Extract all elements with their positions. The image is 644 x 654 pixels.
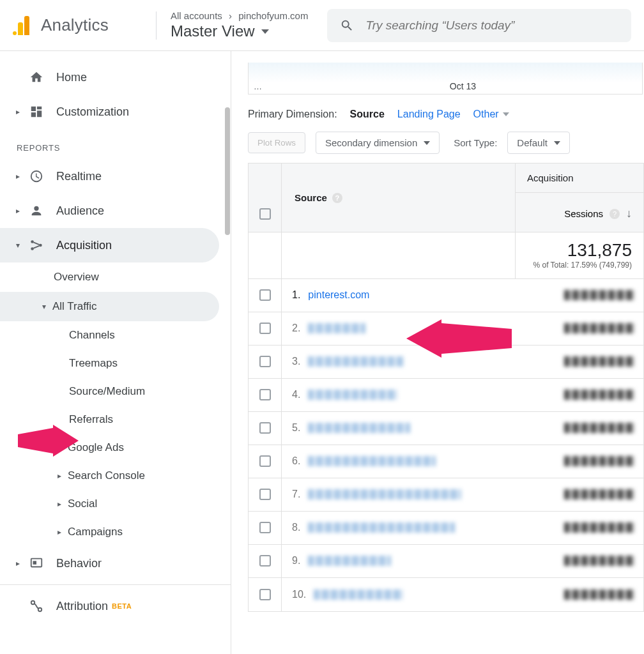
- redacted-source: [308, 522, 455, 533]
- row-index: 3.: [292, 356, 300, 367]
- table-row: 9.: [249, 545, 643, 578]
- divider: [156, 11, 157, 40]
- row-index: 9.: [292, 555, 300, 567]
- row-checkbox[interactable]: [259, 489, 271, 500]
- sidebar-item-behavior[interactable]: ▸ Behavior: [0, 546, 231, 581]
- sidebar-label: Attribution: [56, 600, 108, 613]
- primary-dimension-landing[interactable]: Landing Page: [397, 109, 461, 120]
- row-index: 8.: [292, 522, 300, 533]
- row-checkbox[interactable]: [259, 323, 271, 334]
- view-name-dropdown[interactable]: Master View: [171, 22, 308, 40]
- beta-badge: BETA: [112, 602, 132, 610]
- acq-source-medium[interactable]: Source/Medium: [0, 377, 231, 406]
- column-sessions-header[interactable]: Sessions ? ↓: [516, 193, 643, 232]
- reports-section-label: REPORTS: [0, 129, 231, 159]
- expand-icon: ▸: [13, 206, 23, 215]
- sidebar-label: Realtime: [56, 170, 102, 183]
- table-header: Source ? Acquisition Sessions ? ↓: [249, 164, 643, 232]
- sidebar-label: Audience: [56, 204, 104, 218]
- expand-icon: ▸: [13, 559, 23, 568]
- acq-treemaps[interactable]: Treemaps: [0, 349, 231, 377]
- dashboard-icon: [27, 102, 46, 121]
- table-row: 10.: [249, 578, 643, 611]
- acq-referrals[interactable]: Referrals: [0, 406, 231, 434]
- redacted-source: [308, 489, 461, 499]
- secondary-dimension-label: Secondary dimension: [325, 137, 417, 148]
- primary-dimension-current[interactable]: Source: [350, 109, 385, 120]
- plot-rows-button[interactable]: Plot Rows: [248, 132, 305, 153]
- row-checkbox[interactable]: [259, 289, 271, 301]
- sidebar-label: Behavior: [56, 557, 102, 570]
- sidebar-label: Acquisition: [56, 239, 112, 252]
- row-checkbox[interactable]: [259, 555, 271, 567]
- sort-type-value: Default: [517, 137, 548, 148]
- attribution-icon: [27, 597, 46, 616]
- column-group-acquisition: Acquisition: [516, 164, 643, 193]
- chevron-down-icon: [261, 29, 269, 34]
- acq-search-console[interactable]: Search Console: [0, 462, 231, 490]
- secondary-dimension-dropdown[interactable]: Secondary dimension: [316, 132, 440, 154]
- expand-icon: ▸: [13, 172, 23, 181]
- redacted-value: [564, 556, 634, 566]
- chart-preview[interactable]: … Oct 13: [248, 63, 643, 95]
- main-content: … Oct 13 Primary Dimension: Source Landi…: [231, 51, 644, 654]
- row-checkbox[interactable]: [259, 356, 271, 367]
- redacted-value: [564, 423, 634, 433]
- row-checkbox[interactable]: [259, 389, 271, 400]
- source-link[interactable]: pinterest.com: [308, 289, 369, 301]
- total-sessions: 131,875: [527, 240, 632, 261]
- logo-group: Analytics: [13, 15, 152, 35]
- breadcrumb-accounts: All accounts: [171, 10, 222, 21]
- redacted-value: [564, 323, 634, 333]
- sort-desc-icon: ↓: [626, 207, 632, 220]
- sidebar-item-customization[interactable]: ▸ Customization: [0, 95, 231, 129]
- breadcrumb: All accounts › pinchofyum.com: [171, 10, 308, 21]
- chart-ellipsis: …: [254, 82, 262, 91]
- scrollbar-thumb[interactable]: [225, 107, 230, 235]
- redacted-value: [564, 456, 634, 466]
- sidebar: Home ▸ Customization REPORTS ▸ Realtime …: [0, 51, 231, 654]
- row-checkbox[interactable]: [259, 522, 271, 533]
- analytics-logo-icon: [13, 16, 29, 35]
- help-icon[interactable]: ?: [332, 193, 342, 203]
- redacted-value: [564, 290, 634, 300]
- sidebar-item-audience[interactable]: ▸ Audience: [0, 194, 231, 228]
- row-index: 4.: [292, 389, 300, 400]
- column-source-header[interactable]: Source ?: [295, 192, 342, 203]
- brand-name: Analytics: [41, 15, 109, 35]
- acq-overview[interactable]: Overview: [0, 262, 231, 292]
- row-checkbox[interactable]: [259, 455, 271, 467]
- search-input[interactable]: [365, 19, 618, 33]
- person-icon: [27, 201, 46, 220]
- table-row: 4.: [249, 379, 643, 412]
- search-box[interactable]: [327, 9, 631, 42]
- acq-all-traffic[interactable]: All Traffic: [0, 292, 219, 321]
- sidebar-label: Home: [56, 71, 87, 84]
- collapse-icon: ▾: [13, 241, 23, 250]
- sort-type-dropdown[interactable]: Default: [507, 132, 570, 154]
- help-icon[interactable]: ?: [610, 209, 620, 219]
- behavior-icon: [27, 554, 46, 573]
- sidebar-item-attribution[interactable]: Attribution BETA: [0, 589, 231, 623]
- clock-icon: [27, 167, 46, 186]
- view-selector[interactable]: All accounts › pinchofyum.com Master Vie…: [171, 10, 308, 40]
- acq-channels[interactable]: Channels: [0, 321, 231, 349]
- acq-google-ads[interactable]: Google Ads: [0, 434, 231, 462]
- acquisition-icon: [27, 236, 46, 255]
- sidebar-item-realtime[interactable]: ▸ Realtime: [0, 159, 231, 194]
- app-header: Analytics All accounts › pinchofyum.com …: [0, 0, 644, 51]
- table-row: 1. pinterest.com: [249, 279, 643, 312]
- select-all-checkbox[interactable]: [259, 208, 271, 220]
- search-icon: [340, 19, 354, 33]
- sidebar-label: Customization: [56, 105, 129, 119]
- row-index: 2.: [292, 323, 300, 334]
- primary-dimension-other[interactable]: Other: [473, 109, 509, 120]
- row-checkbox[interactable]: [259, 589, 271, 600]
- row-checkbox[interactable]: [259, 422, 271, 434]
- sidebar-item-home[interactable]: Home: [0, 60, 231, 95]
- redacted-value: [564, 489, 634, 499]
- acq-campaigns[interactable]: Campaigns: [0, 518, 231, 546]
- total-percent: % of Total: 17.59% (749,799): [527, 261, 632, 271]
- sidebar-item-acquisition[interactable]: ▾ Acquisition: [0, 228, 219, 262]
- acq-social[interactable]: Social: [0, 490, 231, 518]
